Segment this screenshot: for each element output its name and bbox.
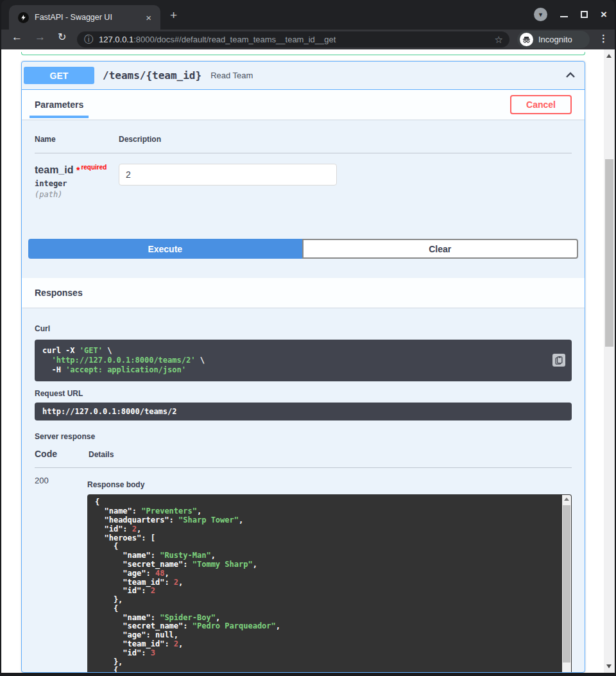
incognito-badge: Incognito: [517, 31, 590, 48]
url-bar[interactable]: ⓘ 127.0.0.1:8000/docs#/default/read_team…: [77, 31, 509, 48]
method-badge: GET: [24, 67, 94, 84]
incognito-label: Incognito: [538, 35, 572, 44]
fastapi-favicon-icon: [18, 12, 29, 23]
response-details-cell: Response body { "name": "Preventers", "h…: [87, 476, 572, 673]
description-column-header: Description: [119, 135, 161, 144]
page-scroll-up-icon[interactable]: [606, 54, 612, 58]
parameter-type: integer: [35, 179, 119, 188]
url-host: 127.0.0.1: [99, 35, 133, 44]
endpoint-path: /teams/{team_id}: [103, 69, 201, 82]
response-body-label: Response body: [87, 480, 572, 489]
opblock-get-read-team: GET /teams/{team_id} Read Team Parameter…: [21, 61, 585, 673]
cancel-button[interactable]: Cancel: [510, 95, 572, 114]
incognito-icon: [520, 33, 533, 46]
responses-title: Responses: [35, 288, 83, 298]
server-response-label: Server response: [35, 432, 572, 441]
tab-parameters[interactable]: Parameters: [30, 100, 89, 118]
collapse-chevron-icon[interactable]: [565, 70, 576, 82]
curl-label: Curl: [35, 324, 572, 333]
table-row: team_id *required integer (path): [35, 153, 572, 199]
minimize-icon[interactable]: [560, 16, 568, 17]
page-scrollbar[interactable]: [604, 49, 615, 673]
forward-icon[interactable]: →: [35, 31, 46, 44]
parameter-location: (path): [35, 190, 119, 199]
required-star: *: [76, 165, 80, 175]
code-column-header: Code: [35, 449, 89, 459]
clear-button[interactable]: Clear: [302, 239, 579, 259]
name-column-header: Name: [35, 135, 119, 144]
parameters-table: Name Description team_id *required integ…: [22, 119, 585, 199]
tab-strip: FastAPI - Swagger UI × + ▼ ×: [1, 0, 615, 30]
request-url-value: http://127.0.0.1:8000/teams/2: [35, 403, 572, 420]
table-row: 200 Response body { "name": "Preventers"…: [35, 476, 572, 673]
url-text: 127.0.0.1:8000/docs#/default/read_team_t…: [99, 35, 490, 44]
reload-icon[interactable]: ↻: [58, 31, 66, 43]
parameters-table-header: Name Description: [35, 135, 572, 153]
parameter-meta: team_id *required integer (path): [35, 164, 119, 199]
new-tab-button[interactable]: +: [170, 10, 177, 21]
menu-kebab-icon[interactable]: ⋮: [599, 33, 608, 44]
opblock-header[interactable]: GET /teams/{team_id} Read Team: [22, 62, 585, 90]
maximize-icon[interactable]: [581, 11, 588, 18]
curl-block: curl -X 'GET' \ 'http://127.0.0.1:8000/t…: [35, 340, 572, 381]
back-icon[interactable]: ←: [12, 31, 22, 44]
url-path: :8000/docs#/default/read_team_teams__tea…: [133, 35, 336, 44]
responses-body: Curl curl -X 'GET' \ 'http://127.0.0.1:8…: [22, 308, 585, 673]
parameter-name: team_id *required: [35, 164, 119, 176]
response-body-json[interactable]: { "name": "Preventers", "headquarters": …: [87, 494, 572, 673]
response-table-header: Code Details: [35, 449, 572, 468]
page-scroll-down-icon[interactable]: [606, 664, 612, 668]
copy-to-clipboard-button[interactable]: [552, 354, 565, 367]
page-scrollbar-thumb[interactable]: [605, 159, 613, 347]
parameter-description-cell: [119, 164, 337, 199]
page-info-icon[interactable]: ⓘ: [84, 34, 93, 46]
required-label: required: [81, 164, 107, 171]
status-code: 200: [35, 476, 87, 673]
details-column-header: Details: [89, 449, 114, 459]
browser-window: FastAPI - Swagger UI × + ▼ × ← → ↻ ⓘ 127…: [0, 0, 616, 676]
page-viewport: GET /teams/{team_id} Read Team Parameter…: [1, 49, 615, 673]
response-scrollbar-thumb[interactable]: [563, 505, 570, 663]
request-url-label: Request URL: [35, 389, 572, 398]
execute-wrapper: Execute Clear: [28, 239, 578, 259]
browser-toolbar: ← → ↻ ⓘ 127.0.0.1:8000/docs#/default/rea…: [1, 30, 615, 49]
swagger-content: GET /teams/{team_id} Read Team Parameter…: [1, 49, 604, 673]
execute-button[interactable]: Execute: [28, 239, 302, 259]
tab-title: FastAPI - Swagger UI: [35, 13, 143, 22]
tab-close-icon[interactable]: ×: [143, 13, 154, 22]
response-body-scrollbar[interactable]: [562, 495, 571, 673]
window-controls: ▼ ×: [534, 8, 607, 21]
close-window-icon[interactable]: ×: [601, 10, 607, 19]
responses-section-header: Responses: [22, 278, 585, 308]
response-body-block: { "name": "Preventers", "headquarters": …: [87, 494, 572, 673]
parameters-section-header: Parameters Cancel: [22, 90, 585, 119]
scroll-up-arrow-icon[interactable]: [564, 498, 569, 501]
parameter-name-text: team_id: [35, 164, 73, 175]
bookmark-star-icon[interactable]: ☆: [495, 34, 503, 46]
endpoint-summary: Read Team: [210, 71, 253, 80]
curl-command[interactable]: curl -X 'GET' \ 'http://127.0.0.1:8000/t…: [35, 340, 572, 381]
chevron-down-circle-icon[interactable]: ▼: [534, 8, 547, 21]
previous-endpoint-edge: [21, 52, 585, 55]
team-id-input[interactable]: [119, 164, 337, 186]
browser-tab[interactable]: FastAPI - Swagger UI ×: [9, 5, 160, 30]
